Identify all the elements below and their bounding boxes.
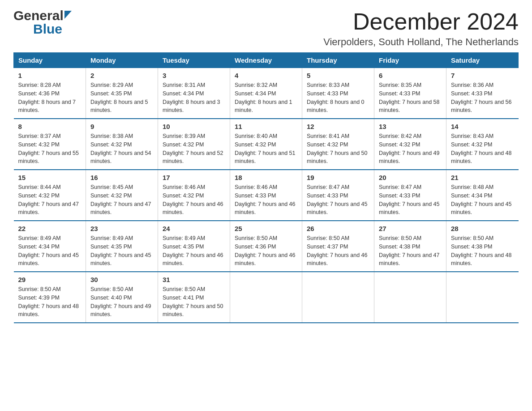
day-number: 29 bbox=[18, 276, 82, 283]
calendar-header-row: SundayMondayTuesdayWednesdayThursdayFrid… bbox=[14, 53, 519, 68]
calendar-cell: 28 Sunrise: 8:50 AM Sunset: 4:38 PM Dayl… bbox=[446, 221, 519, 272]
day-info: Sunrise: 8:47 AM Sunset: 4:33 PM Dayligh… bbox=[307, 183, 369, 217]
day-info: Sunrise: 8:50 AM Sunset: 4:39 PM Dayligh… bbox=[18, 285, 82, 319]
day-number: 16 bbox=[90, 174, 153, 181]
day-number: 4 bbox=[235, 72, 297, 79]
calendar-cell: 18 Sunrise: 8:46 AM Sunset: 4:33 PM Dayl… bbox=[230, 170, 302, 221]
day-number: 26 bbox=[307, 225, 369, 232]
calendar-cell: 4 Sunrise: 8:32 AM Sunset: 4:34 PM Dayli… bbox=[230, 68, 302, 119]
day-info: Sunrise: 8:29 AM Sunset: 4:35 PM Dayligh… bbox=[90, 81, 153, 115]
logo-blue: Blue bbox=[33, 21, 62, 36]
day-info: Sunrise: 8:44 AM Sunset: 4:32 PM Dayligh… bbox=[18, 183, 82, 217]
day-number: 5 bbox=[307, 72, 369, 79]
day-info: Sunrise: 8:50 AM Sunset: 4:37 PM Dayligh… bbox=[307, 234, 369, 268]
calendar-cell: 13 Sunrise: 8:42 AM Sunset: 4:32 PM Dayl… bbox=[374, 119, 446, 170]
day-info: Sunrise: 8:35 AM Sunset: 4:33 PM Dayligh… bbox=[379, 81, 442, 115]
day-number: 2 bbox=[90, 72, 153, 79]
day-info: Sunrise: 8:47 AM Sunset: 4:33 PM Dayligh… bbox=[379, 183, 442, 217]
day-info: Sunrise: 8:49 AM Sunset: 4:35 PM Dayligh… bbox=[90, 234, 153, 268]
day-number: 19 bbox=[307, 174, 369, 181]
calendar-header-sunday: Sunday bbox=[14, 53, 86, 68]
calendar-cell: 26 Sunrise: 8:50 AM Sunset: 4:37 PM Dayl… bbox=[302, 221, 374, 272]
day-number: 30 bbox=[90, 276, 153, 283]
day-info: Sunrise: 8:50 AM Sunset: 4:38 PM Dayligh… bbox=[451, 234, 514, 268]
calendar-cell: 10 Sunrise: 8:39 AM Sunset: 4:32 PM Dayl… bbox=[158, 119, 230, 170]
day-info: Sunrise: 8:31 AM Sunset: 4:34 PM Dayligh… bbox=[163, 81, 225, 115]
day-number: 9 bbox=[90, 123, 153, 130]
day-number: 23 bbox=[90, 225, 153, 232]
calendar-cell: 3 Sunrise: 8:31 AM Sunset: 4:34 PM Dayli… bbox=[158, 68, 230, 119]
day-info: Sunrise: 8:37 AM Sunset: 4:32 PM Dayligh… bbox=[18, 132, 82, 166]
page-header: General Blue December 2024 Vierpolders, … bbox=[13, 9, 519, 48]
calendar-cell: 12 Sunrise: 8:41 AM Sunset: 4:32 PM Dayl… bbox=[302, 119, 374, 170]
day-number: 18 bbox=[235, 174, 297, 181]
calendar-cell: 19 Sunrise: 8:47 AM Sunset: 4:33 PM Dayl… bbox=[302, 170, 374, 221]
calendar-cell: 24 Sunrise: 8:49 AM Sunset: 4:35 PM Dayl… bbox=[158, 221, 230, 272]
day-number: 27 bbox=[379, 225, 442, 232]
day-number: 10 bbox=[163, 123, 225, 130]
calendar-cell: 5 Sunrise: 8:33 AM Sunset: 4:33 PM Dayli… bbox=[302, 68, 374, 119]
calendar-cell: 17 Sunrise: 8:46 AM Sunset: 4:32 PM Dayl… bbox=[158, 170, 230, 221]
day-info: Sunrise: 8:40 AM Sunset: 4:32 PM Dayligh… bbox=[235, 132, 297, 166]
calendar-cell: 9 Sunrise: 8:38 AM Sunset: 4:32 PM Dayli… bbox=[86, 119, 158, 170]
day-info: Sunrise: 8:50 AM Sunset: 4:36 PM Dayligh… bbox=[235, 234, 297, 268]
day-info: Sunrise: 8:28 AM Sunset: 4:36 PM Dayligh… bbox=[18, 81, 82, 115]
day-number: 8 bbox=[18, 123, 82, 130]
page-subtitle: Vierpolders, South Holland, The Netherla… bbox=[323, 36, 519, 48]
day-number: 17 bbox=[163, 174, 225, 181]
calendar-header-friday: Friday bbox=[374, 53, 446, 68]
day-number: 11 bbox=[235, 123, 297, 130]
day-number: 12 bbox=[307, 123, 369, 130]
day-info: Sunrise: 8:49 AM Sunset: 4:34 PM Dayligh… bbox=[18, 234, 82, 268]
calendar-header-monday: Monday bbox=[86, 53, 158, 68]
calendar-header-saturday: Saturday bbox=[446, 53, 519, 68]
page-title: December 2024 bbox=[323, 9, 519, 34]
day-info: Sunrise: 8:46 AM Sunset: 4:32 PM Dayligh… bbox=[163, 183, 225, 217]
day-info: Sunrise: 8:50 AM Sunset: 4:41 PM Dayligh… bbox=[163, 285, 225, 319]
day-number: 1 bbox=[18, 72, 82, 79]
calendar-cell: 7 Sunrise: 8:36 AM Sunset: 4:33 PM Dayli… bbox=[446, 68, 519, 119]
calendar-cell: 6 Sunrise: 8:35 AM Sunset: 4:33 PM Dayli… bbox=[374, 68, 446, 119]
calendar-cell: 8 Sunrise: 8:37 AM Sunset: 4:32 PM Dayli… bbox=[14, 119, 86, 170]
calendar-cell: 14 Sunrise: 8:43 AM Sunset: 4:32 PM Dayl… bbox=[446, 119, 519, 170]
day-number: 13 bbox=[379, 123, 442, 130]
day-number: 15 bbox=[18, 174, 82, 181]
calendar-cell: 15 Sunrise: 8:44 AM Sunset: 4:32 PM Dayl… bbox=[14, 170, 86, 221]
day-info: Sunrise: 8:45 AM Sunset: 4:32 PM Dayligh… bbox=[90, 183, 153, 217]
calendar-cell: 21 Sunrise: 8:48 AM Sunset: 4:34 PM Dayl… bbox=[446, 170, 519, 221]
day-number: 14 bbox=[451, 123, 514, 130]
title-block: December 2024 Vierpolders, South Holland… bbox=[323, 9, 519, 48]
calendar-cell bbox=[230, 272, 302, 323]
day-number: 31 bbox=[163, 276, 225, 283]
day-info: Sunrise: 8:46 AM Sunset: 4:33 PM Dayligh… bbox=[235, 183, 297, 217]
calendar-cell: 2 Sunrise: 8:29 AM Sunset: 4:35 PM Dayli… bbox=[86, 68, 158, 119]
day-number: 3 bbox=[163, 72, 225, 79]
calendar-cell bbox=[446, 272, 519, 323]
calendar-cell: 1 Sunrise: 8:28 AM Sunset: 4:36 PM Dayli… bbox=[14, 68, 86, 119]
day-info: Sunrise: 8:39 AM Sunset: 4:32 PM Dayligh… bbox=[163, 132, 225, 166]
calendar-cell bbox=[374, 272, 446, 323]
calendar-table: SundayMondayTuesdayWednesdayThursdayFrid… bbox=[13, 52, 519, 323]
calendar-cell: 25 Sunrise: 8:50 AM Sunset: 4:36 PM Dayl… bbox=[230, 221, 302, 272]
calendar-cell: 16 Sunrise: 8:45 AM Sunset: 4:32 PM Dayl… bbox=[86, 170, 158, 221]
day-number: 28 bbox=[451, 225, 514, 232]
calendar-cell: 22 Sunrise: 8:49 AM Sunset: 4:34 PM Dayl… bbox=[14, 221, 86, 272]
day-number: 25 bbox=[235, 225, 297, 232]
logo: General Blue bbox=[13, 9, 73, 36]
calendar-week-row: 8 Sunrise: 8:37 AM Sunset: 4:32 PM Dayli… bbox=[14, 119, 519, 170]
calendar-cell: 11 Sunrise: 8:40 AM Sunset: 4:32 PM Dayl… bbox=[230, 119, 302, 170]
calendar-cell: 30 Sunrise: 8:50 AM Sunset: 4:40 PM Dayl… bbox=[86, 272, 158, 323]
calendar-cell: 27 Sunrise: 8:50 AM Sunset: 4:38 PM Dayl… bbox=[374, 221, 446, 272]
day-info: Sunrise: 8:42 AM Sunset: 4:32 PM Dayligh… bbox=[379, 132, 442, 166]
calendar-cell: 31 Sunrise: 8:50 AM Sunset: 4:41 PM Dayl… bbox=[158, 272, 230, 323]
calendar-week-row: 15 Sunrise: 8:44 AM Sunset: 4:32 PM Dayl… bbox=[14, 170, 519, 221]
day-info: Sunrise: 8:48 AM Sunset: 4:34 PM Dayligh… bbox=[451, 183, 514, 217]
day-number: 22 bbox=[18, 225, 82, 232]
logo-general: General bbox=[13, 9, 64, 22]
day-info: Sunrise: 8:41 AM Sunset: 4:32 PM Dayligh… bbox=[307, 132, 369, 166]
day-info: Sunrise: 8:50 AM Sunset: 4:38 PM Dayligh… bbox=[379, 234, 442, 268]
day-info: Sunrise: 8:32 AM Sunset: 4:34 PM Dayligh… bbox=[235, 81, 297, 115]
calendar-week-row: 29 Sunrise: 8:50 AM Sunset: 4:39 PM Dayl… bbox=[14, 272, 519, 323]
calendar-week-row: 1 Sunrise: 8:28 AM Sunset: 4:36 PM Dayli… bbox=[14, 68, 519, 119]
day-number: 24 bbox=[163, 225, 225, 232]
